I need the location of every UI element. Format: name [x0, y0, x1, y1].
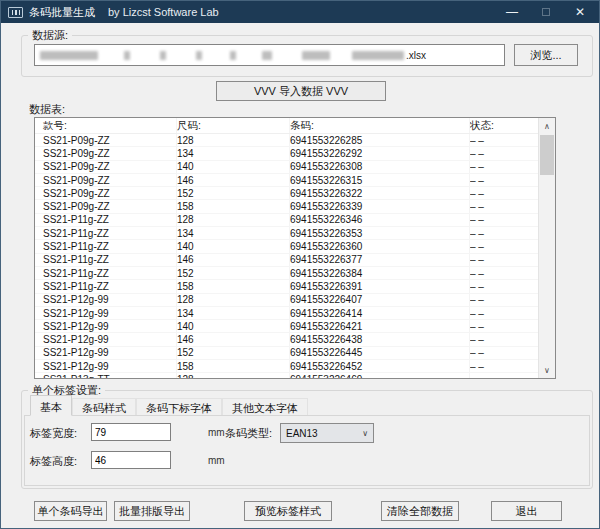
- table-row[interactable]: SS21-P09g-ZZ1526941553226322– –: [35, 187, 538, 200]
- table-cell: 134: [177, 147, 290, 159]
- label-width-input[interactable]: [91, 423, 171, 441]
- table-row[interactable]: SS21-P12g-991406941553226421– –: [35, 320, 538, 333]
- tab-basic[interactable]: 基本: [30, 395, 72, 416]
- table-cell: – –: [470, 214, 536, 226]
- export-single-barcode-button[interactable]: 单个条码导出: [34, 501, 107, 521]
- scrollbar-thumb[interactable]: [540, 135, 554, 175]
- scroll-up-icon[interactable]: ∧: [539, 118, 555, 134]
- table-cell: 6941553226421: [290, 320, 470, 332]
- table-cell: 128: [177, 134, 290, 146]
- table-row[interactable]: SS21-P12g-991286941553226407– –: [35, 294, 538, 307]
- table-cell: 140: [177, 161, 290, 173]
- redacted-path-segment: [230, 51, 236, 60]
- table-cell: 146: [177, 174, 290, 186]
- table-cell: 6941553226414: [290, 307, 470, 319]
- table-cell: SS21-P09g-ZZ: [35, 174, 177, 186]
- table-row[interactable]: SS21-P12g-991526941553226445– –: [35, 347, 538, 360]
- table-row[interactable]: SS21-P11g-ZZ1286941553226346– –: [35, 214, 538, 227]
- table-row[interactable]: SS21-P09g-ZZ1286941553226285– –: [35, 134, 538, 147]
- table-cell: 6941553226384: [290, 267, 470, 279]
- redacted-path-segment: [302, 51, 330, 60]
- table-cell: 158: [177, 200, 290, 212]
- table-row[interactable]: SS21-P11g-ZZ1346941553226353– –: [35, 227, 538, 240]
- table-row[interactable]: SS21-P13g-TT1286941553226469– –: [35, 373, 538, 378]
- maximize-button[interactable]: [529, 1, 563, 23]
- window-controls: — ✕: [495, 1, 597, 23]
- table-cell: 128: [177, 214, 290, 226]
- table-cell: 6941553226391: [290, 280, 470, 292]
- table-cell: SS21-P11g-ZZ: [35, 240, 177, 252]
- table-row[interactable]: SS21-P12g-991466941553226438– –: [35, 333, 538, 346]
- barcode-type-label: 条码类型:: [225, 426, 272, 441]
- column-header-barcode[interactable]: 条码:: [290, 118, 470, 133]
- label-height-input[interactable]: [91, 451, 171, 469]
- titlebar: 条码批量生成 by Lizcst Software Lab — ✕: [1, 1, 599, 23]
- scroll-down-icon[interactable]: ∨: [539, 362, 555, 378]
- path-extension-text: .xlsx: [406, 50, 426, 61]
- table-cell: 6941553226322: [290, 187, 470, 199]
- table-cell: 128: [177, 294, 290, 306]
- table-cell: – –: [470, 360, 536, 372]
- table-cell: SS21-P11g-ZZ: [35, 267, 177, 279]
- table-cell: 6941553226377: [290, 254, 470, 266]
- tab-barcode-style[interactable]: 条码样式: [72, 398, 136, 415]
- column-header-size[interactable]: 尺码:: [177, 118, 290, 133]
- basic-tab-panel: 标签宽度: mm 条码类型: EAN13 ∨ 标签高度: mm: [24, 415, 590, 486]
- clear-all-data-button[interactable]: 清除全部数据: [381, 501, 459, 521]
- batch-layout-export-button[interactable]: 批量排版导出: [114, 501, 190, 521]
- browse-button[interactable]: 浏览...: [514, 44, 578, 66]
- table-cell: – –: [470, 254, 536, 266]
- column-header-status[interactable]: 状态:: [470, 118, 540, 133]
- maximize-icon: [542, 8, 550, 16]
- table-cell: – –: [470, 280, 536, 292]
- table-cell: SS21-P12g-99: [35, 307, 177, 319]
- table-row[interactable]: SS21-P11g-ZZ1526941553226384– –: [35, 267, 538, 280]
- exit-button[interactable]: 退出: [491, 501, 562, 521]
- table-row[interactable]: SS21-P11g-ZZ1466941553226377– –: [35, 254, 538, 267]
- table-cell: 140: [177, 240, 290, 252]
- table-cell: 6941553226353: [290, 227, 470, 239]
- table-row[interactable]: SS21-P09g-ZZ1346941553226292– –: [35, 147, 538, 160]
- height-unit-label: mm: [208, 455, 225, 466]
- table-cell: – –: [470, 134, 536, 146]
- table-cell: – –: [470, 174, 536, 186]
- import-data-button[interactable]: VVV 导入数据 VVV: [216, 81, 386, 101]
- table-cell: SS21-P09g-ZZ: [35, 161, 177, 173]
- redacted-path-segment: [196, 51, 202, 60]
- table-cell: 6941553226469: [290, 373, 470, 378]
- column-header-style[interactable]: 款号:: [35, 118, 177, 133]
- table-cell: SS21-P11g-ZZ: [35, 254, 177, 266]
- table-cell: 128: [177, 373, 290, 378]
- table-cell: – –: [470, 200, 536, 212]
- table-cell: 6941553226346: [290, 214, 470, 226]
- datasource-path-input[interactable]: .xlsx: [34, 44, 505, 66]
- barcode-type-select[interactable]: EAN13 ∨: [280, 423, 374, 443]
- table-cell: – –: [470, 294, 536, 306]
- table-cell: 6941553226438: [290, 333, 470, 345]
- window-title: 条码批量生成: [29, 5, 95, 20]
- label-height-label: 标签高度:: [30, 454, 77, 469]
- table-row[interactable]: SS21-P09g-ZZ1586941553226339– –: [35, 200, 538, 213]
- table-cell: 6941553226308: [290, 161, 470, 173]
- table-cell: 6941553226452: [290, 360, 470, 372]
- table-row[interactable]: SS21-P11g-ZZ1586941553226391– –: [35, 280, 538, 293]
- redacted-path-segment: [40, 51, 98, 60]
- tab-barcode-subtext-font[interactable]: 条码下标字体: [136, 398, 222, 415]
- table-row[interactable]: SS21-P12g-991586941553226452– –: [35, 360, 538, 373]
- table-row[interactable]: SS21-P12g-991346941553226414– –: [35, 307, 538, 320]
- redacted-path-segment: [352, 51, 404, 60]
- table-scrollbar[interactable]: ∧ ∨: [538, 118, 555, 378]
- tab-other-text-font[interactable]: 其他文本字体: [222, 398, 308, 415]
- table-cell: SS21-P11g-ZZ: [35, 214, 177, 226]
- close-button[interactable]: ✕: [563, 1, 597, 23]
- table-row[interactable]: SS21-P09g-ZZ1406941553226308– –: [35, 161, 538, 174]
- table-cell: 158: [177, 280, 290, 292]
- table-cell: SS21-P12g-99: [35, 360, 177, 372]
- table-header-row: 款号: 尺码: 条码: 状态:: [35, 118, 555, 134]
- table-row[interactable]: SS21-P11g-ZZ1406941553226360– –: [35, 240, 538, 253]
- table-cell: 158: [177, 360, 290, 372]
- table-cell: – –: [470, 373, 536, 378]
- minimize-button[interactable]: —: [495, 1, 529, 23]
- table-row[interactable]: SS21-P09g-ZZ1466941553226315– –: [35, 174, 538, 187]
- preview-label-style-button[interactable]: 预览标签样式: [244, 501, 332, 521]
